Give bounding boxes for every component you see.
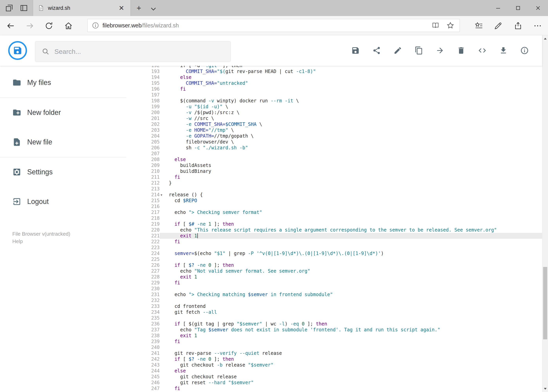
code-line[interactable]: 239 fi	[126, 339, 542, 344]
move-button[interactable]	[436, 46, 444, 55]
code-line[interactable]: 210 buildBinary	[126, 168, 542, 174]
search-input[interactable]: Search...	[35, 41, 231, 62]
back-icon[interactable]	[6, 21, 15, 30]
filebrowser-logo-icon[interactable]	[8, 41, 27, 60]
code-line[interactable]: 216	[126, 203, 542, 210]
code-line[interactable]: 213	[126, 186, 542, 192]
code-line[interactable]: 193 COMMIT_SHA="$(git rev-parse HEAD | c…	[126, 69, 542, 74]
source-view-button[interactable]	[478, 46, 486, 55]
tab-preview-chevron-icon[interactable]	[149, 4, 158, 12]
code-editor[interactable]: 192 if [ -d ".git" ]; then193 COMMIT_SHA…	[126, 66, 542, 392]
sidebar-item-new-file[interactable]: New file	[0, 127, 126, 157]
code-line[interactable]: 227 echo "Not valid semver format. See s…	[126, 268, 542, 274]
maximize-button[interactable]	[508, 0, 528, 16]
code-line[interactable]: 228 exit 1	[126, 274, 542, 280]
share-page-icon[interactable]	[513, 21, 523, 30]
code-line[interactable]: 195 COMMIT_SHA="untracked"	[126, 80, 542, 86]
code-line[interactable]: 232	[126, 297, 542, 303]
code-line[interactable]: 217 echo "> Checking semver format"	[126, 210, 542, 215]
home-icon[interactable]	[64, 21, 73, 30]
sidebar-item-my-files[interactable]: My files	[0, 68, 126, 98]
tabs-set-aside-icon[interactable]	[19, 4, 28, 13]
minimize-button[interactable]	[488, 0, 508, 16]
refresh-icon[interactable]	[44, 21, 53, 30]
code-line[interactable]: 247 fi	[126, 385, 542, 392]
code-line[interactable]: 245 git checkout release	[126, 374, 542, 380]
code-line[interactable]: 197	[126, 92, 542, 98]
code-line[interactable]: 231 echo "> Checking matching $semver in…	[126, 292, 542, 297]
scroll-down-arrow-icon[interactable]	[542, 385, 548, 392]
help-link[interactable]: Help	[12, 238, 70, 245]
code-line[interactable]: 204 -e GOPATH=//tmp/gopath \	[126, 133, 542, 139]
code-line[interactable]: 241 git rev-parse --verify --quiet relea…	[126, 350, 542, 356]
code-line[interactable]: 229 fi	[126, 280, 542, 286]
code-line[interactable]: 200 -v /$(pwd):/src:z \	[126, 110, 542, 115]
code-line[interactable]: 236 if [ $(git tag | grep "$semver" | wc…	[126, 321, 542, 327]
code-line[interactable]: 211 fi	[126, 174, 542, 180]
code-line[interactable]: 221 exit 1	[126, 233, 542, 239]
copy-button[interactable]	[415, 46, 423, 55]
code-line[interactable]: 224 semver=$(echo "$1" | grep -P '^v(0|[…	[126, 251, 542, 256]
tab-close-icon[interactable]: ✕	[117, 4, 126, 12]
code-line[interactable]: 238 exit 1	[126, 333, 542, 339]
code-line[interactable]: 214▼release () {	[126, 192, 542, 198]
set-tabs-aside-icon[interactable]	[5, 4, 14, 13]
code-line[interactable]: 206 sh -c "./wizard.sh -b"	[126, 145, 542, 151]
share-button[interactable]	[372, 46, 381, 55]
code-line[interactable]: 225	[126, 256, 542, 262]
code-line[interactable]: 233 cd frontend	[126, 303, 542, 309]
code-line[interactable]: 196 fi	[126, 86, 542, 92]
rename-button[interactable]	[393, 46, 402, 55]
code-line[interactable]: 209 buildAssets	[126, 162, 542, 168]
code-line[interactable]: 207	[126, 151, 542, 157]
delete-button[interactable]	[457, 46, 465, 55]
browser-tab[interactable]: wizard.sh ✕	[33, 0, 131, 16]
favorites-hub-icon[interactable]	[474, 21, 483, 30]
code-line[interactable]: 203 -e HOME="//tmp" \	[126, 127, 542, 133]
sidebar-item-settings[interactable]: Settings	[0, 157, 126, 187]
code-line[interactable]: 243 git checkout -b release "$semver"	[126, 362, 542, 368]
code-line[interactable]: 230	[126, 286, 542, 292]
code-line[interactable]: 199 -u "$(id -u)" \	[126, 104, 542, 110]
code-line[interactable]: 222 fi	[126, 239, 542, 245]
code-line[interactable]: 192 if [ -d ".git" ]; then	[126, 66, 542, 69]
save-button[interactable]	[351, 46, 360, 55]
close-window-button[interactable]	[528, 0, 548, 16]
code-line[interactable]: 234 git fetch --all	[126, 309, 542, 315]
scroll-up-arrow-icon[interactable]	[542, 35, 548, 42]
code-line[interactable]: 215 cd $REPO	[126, 198, 542, 203]
reading-view-icon[interactable]	[431, 21, 440, 29]
code-line[interactable]: 219 if [ $# -ne 1 ]; then	[126, 221, 542, 227]
sidebar-item-new-folder[interactable]: New folder	[0, 98, 126, 127]
code-line[interactable]: 246 git reset --hard "$semver"	[126, 380, 542, 385]
code-line[interactable]: 194 else	[126, 74, 542, 80]
code-line[interactable]: 201 -w //src \	[126, 115, 542, 121]
code-line[interactable]: 208 else	[126, 157, 542, 162]
scrollbar-thumb[interactable]	[543, 267, 547, 339]
code-line[interactable]: 198 $(command -v winpty) docker run --rm…	[126, 98, 542, 104]
code-line[interactable]: 218	[126, 215, 542, 221]
address-bar[interactable]: filebrowser.web/files/wizard.sh	[87, 19, 460, 32]
more-options-icon[interactable]	[533, 21, 542, 30]
web-note-pen-icon[interactable]	[494, 21, 503, 30]
add-favorite-star-icon[interactable]	[446, 21, 454, 29]
code-line[interactable]: 240	[126, 344, 542, 350]
code-line[interactable]: 242 if [ $? -ne 0 ]; then	[126, 356, 542, 362]
code-line[interactable]: 202 -e COMMIT_SHA=$COMMIT_SHA \	[126, 121, 542, 127]
fold-arrow-icon[interactable]: ▼	[161, 192, 162, 198]
new-tab-button[interactable]: +	[135, 4, 143, 13]
code-line[interactable]: 237 echo "Tag $semver does not exist in …	[126, 327, 542, 333]
code-line[interactable]: 212}	[126, 180, 542, 186]
download-button[interactable]	[499, 46, 508, 55]
code-line[interactable]: 244 else	[126, 368, 542, 374]
code-line[interactable]: 223	[126, 245, 542, 251]
code-line[interactable]: 226 if [ $? -ne 0 ]; then	[126, 262, 542, 268]
sidebar-item-logout[interactable]: Logout	[0, 187, 126, 217]
forward-icon[interactable]	[25, 21, 34, 30]
page-scrollbar[interactable]	[542, 35, 548, 392]
code-line[interactable]: 220 echo "This release script requires a…	[126, 227, 542, 233]
info-button[interactable]	[520, 46, 529, 55]
code-line[interactable]: 235	[126, 315, 542, 321]
code-line[interactable]: 205 filebrowser/dev \	[126, 139, 542, 145]
site-info-icon[interactable]	[91, 21, 99, 29]
